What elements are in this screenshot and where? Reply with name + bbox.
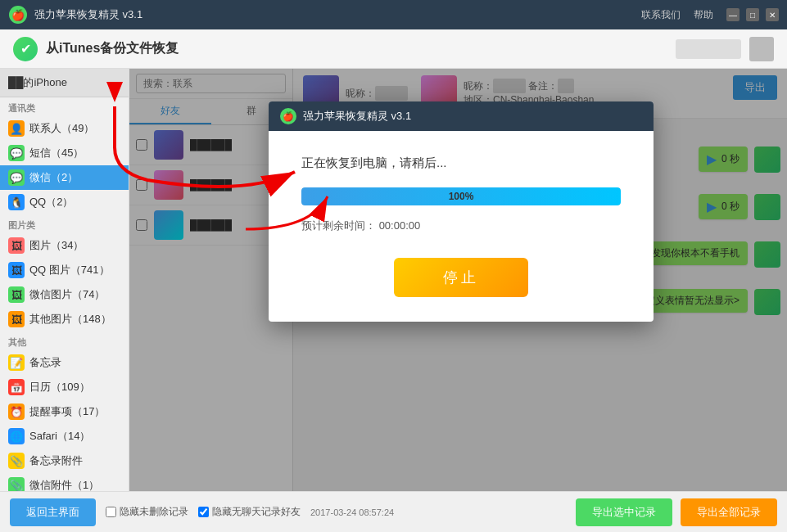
modal-logo: 🍎 [280,108,296,124]
wechatfile-icon: 📎 [8,477,25,491]
sidebar: ██的iPhone 通讯类 👤 联系人（49） 💬 短信（45） 💬 微信（2）… [0,69,129,491]
window-controls: — □ ✕ [726,8,779,21]
header-right [676,37,774,61]
sidebar-item-memo[interactable]: 📝 备忘录 [0,350,129,375]
modal-titlebar: 🍎 强力苹果恢复精灵 v3.1 [269,101,654,131]
qq-icon: 🐧 [8,194,25,210]
wechat-label: 微信（2） [29,170,78,185]
sidebar-item-qq[interactable]: 🐧 QQ（2） [0,190,129,214]
header-title: 从iTunes备份文件恢复 [46,40,179,57]
close-btn[interactable]: ✕ [766,8,779,21]
modal-progress-label: 100% [449,191,474,202]
title-bar-actions: 联系我们 帮助 [641,8,713,22]
header-bar: ✔ 从iTunes备份文件恢复 [0,29,787,69]
modal-time-row: 预计剩余时间： 00:00:00 [301,219,621,233]
sidebar-item-notefile[interactable]: 📎 备忘录附件 [0,449,129,473]
minimize-btn[interactable]: — [726,8,740,21]
sidebar-item-wechatfile[interactable]: 📎 微信附件（1） [0,473,129,491]
title-bar: 🍎 强力苹果恢复精灵 v3.1 联系我们 帮助 — □ ✕ [0,0,787,29]
wechat-icon: 💬 [8,169,25,186]
modal-body: 正在恢复到电脑，请稍后... 100% 预计剩余时间： 00:00:00 停止 [269,131,654,322]
bottom-bar: 返回主界面 隐藏未删除记录 隐藏无聊天记录好友 2017-03-24 08:57… [0,491,787,532]
modal-status: 正在恢复到电脑，请稍后... [301,156,621,171]
main-layout: ██的iPhone 通讯类 👤 联系人（49） 💬 短信（45） 💬 微信（2）… [0,69,787,491]
otherphoto-icon: 🖼 [8,311,25,327]
maximize-btn[interactable]: □ [746,8,759,21]
calendar-label: 日历（109） [29,380,90,394]
sms-icon: 💬 [8,145,25,161]
qq-label: QQ（2） [29,195,73,210]
photo-icon: 🖼 [8,237,25,254]
device-label: ██的iPhone [0,69,129,97]
sidebar-item-wechat[interactable]: 💬 微信（2） [0,165,129,190]
bottom-timestamp: 2017-03-24 08:57:24 [310,507,394,517]
section-others: 其他 [0,331,129,350]
wechatfile-label: 微信附件（1） [29,478,99,491]
otherphoto-label: 其他图片（148） [29,312,111,327]
wechatphoto-label: 微信图片（74） [29,287,105,302]
return-btn[interactable]: 返回主界面 [10,498,96,526]
contact-icon: 👤 [8,120,25,137]
safari-icon: 🌐 [8,428,25,444]
export-selected-btn[interactable]: 导出选中记录 [576,498,672,526]
app-title: 强力苹果恢复精灵 v3.1 [34,7,641,22]
sidebar-item-contacts[interactable]: 👤 联系人（49） [0,116,129,141]
wechatphoto-icon: 🖼 [8,286,25,303]
sidebar-item-reminder[interactable]: ⏰ 提醒事项（17） [0,399,129,424]
sidebar-item-otherphotos[interactable]: 🖼 其他图片（148） [0,307,129,331]
user-avatar [749,37,774,61]
memo-icon: 📝 [8,354,25,371]
sidebar-item-sms[interactable]: 💬 短信（45） [0,141,129,165]
qqphoto-label: QQ 图片（741） [29,263,110,277]
safari-label: Safari（14） [29,429,90,444]
sidebar-item-calendar[interactable]: 📅 日历（109） [0,375,129,399]
photo-label: 图片（34） [29,238,84,253]
notefile-icon: 📎 [8,453,25,469]
modal-stop-btn[interactable]: 停止 [394,258,528,297]
check1[interactable] [106,507,116,517]
notefile-label: 备忘录附件 [29,453,83,468]
modal-overlay: 🍎 强力苹果恢复精灵 v3.1 正在恢复到电脑，请稍后... 100% 预计剩余… [129,69,787,491]
modal-box: 🍎 强力苹果恢复精灵 v3.1 正在恢复到电脑，请稍后... 100% 预计剩余… [269,101,654,322]
sidebar-item-wechatphotos[interactable]: 🖼 微信图片（74） [0,282,129,307]
app-logo: 🍎 [8,5,28,25]
memo-label: 备忘录 [29,355,61,370]
section-photos: 图片类 [0,214,129,233]
qqphoto-icon: 🖼 [8,262,25,278]
export-all-btn[interactable]: 导出全部记录 [681,498,777,526]
sidebar-item-photos[interactable]: 🖼 图片（34） [0,233,129,258]
sidebar-item-safari[interactable]: 🌐 Safari（14） [0,424,129,449]
sms-label: 短信（45） [29,146,84,160]
contact-us-btn[interactable]: 联系我们 [641,8,681,22]
contact-label: 联系人（49） [29,121,94,136]
svg-text:🍎: 🍎 [11,8,25,22]
reminder-icon: ⏰ [8,404,25,420]
help-btn[interactable]: 帮助 [694,8,713,22]
modal-title: 强力苹果恢复精灵 v3.1 [303,109,411,124]
section-comms: 通讯类 [0,97,129,116]
sidebar-item-qqphotos[interactable]: 🖼 QQ 图片（741） [0,258,129,282]
modal-progress-bg: 100% [301,187,621,205]
user-info-placeholder [676,39,741,59]
check2-label: 隐藏无聊天记录好友 [198,505,301,519]
check2[interactable] [198,507,209,517]
calendar-icon: 📅 [8,379,25,395]
check1-label: 隐藏未删除记录 [106,505,188,519]
reminder-label: 提醒事项（17） [29,404,105,419]
bottom-right-btns: 导出选中记录 导出全部记录 [576,498,777,526]
content-area: 好友 群 ██████ ██████ ██████ [129,69,787,491]
header-icon: ✔ [13,37,38,61]
